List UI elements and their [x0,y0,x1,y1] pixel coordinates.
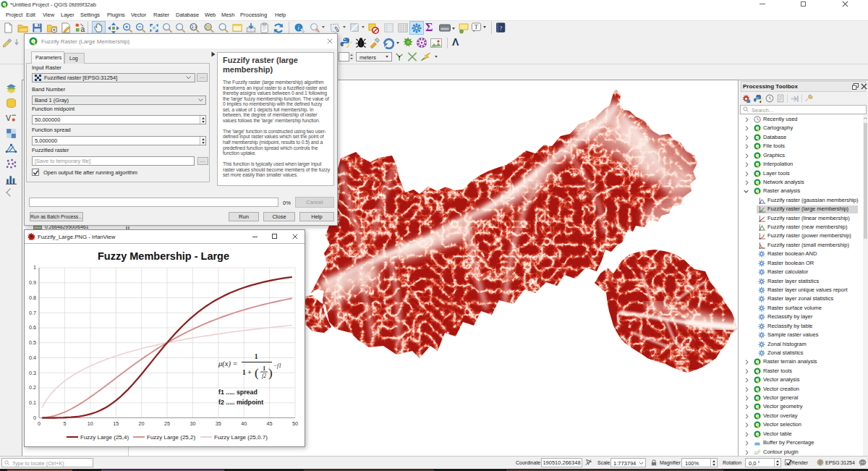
svg-text:45: 45 [267,420,273,427]
svg-text:): ) [268,366,273,380]
svg-text:0.1: 0.1 [29,399,36,406]
svg-text:10: 10 [88,420,93,427]
svg-text:(: ( [255,366,259,380]
svg-text:20: 20 [139,420,145,427]
svg-text:f1 ..... spread: f1 ..... spread [218,389,258,396]
svg-text:1: 1 [33,264,36,271]
svg-text:40: 40 [241,420,247,427]
svg-text:25: 25 [164,420,170,427]
svg-text:0.5: 0.5 [29,339,36,346]
svg-text:1: 1 [263,365,265,372]
svg-text:Fuzzy Large (25,0.7): Fuzzy Large (25,0.7) [214,434,268,441]
svg-text:f2 ..... midpoint: f2 ..... midpoint [218,399,263,406]
svg-text:0.6: 0.6 [29,324,36,331]
svg-text:0.2: 0.2 [29,384,36,391]
svg-text:1 +: 1 + [242,369,252,376]
svg-text:0.3: 0.3 [29,370,36,376]
svg-text:0.9: 0.9 [29,279,36,286]
svg-text:50: 50 [292,420,298,427]
svg-text:0.7: 0.7 [29,310,36,316]
svg-text:Fuzzy Large (25,4): Fuzzy Large (25,4) [80,434,129,441]
svg-text:35: 35 [216,420,221,427]
svg-text:μ(x) =: μ(x) = [218,360,238,368]
svg-text:1: 1 [255,353,258,360]
svg-text:Fuzzy Large (25,2): Fuzzy Large (25,2) [147,434,195,441]
svg-text:0: 0 [38,420,41,427]
svg-text:Fuzzy Membership - Large: Fuzzy Membership - Large [98,250,229,262]
svg-text:0: 0 [33,415,36,421]
svg-text:15: 15 [113,420,119,427]
svg-text:5: 5 [63,420,66,427]
svg-text:0.8: 0.8 [29,294,36,301]
svg-text:−f1: −f1 [273,362,281,369]
svg-text:30: 30 [190,420,195,427]
svg-text:f2: f2 [262,373,266,379]
svg-text:0.4: 0.4 [29,355,36,361]
